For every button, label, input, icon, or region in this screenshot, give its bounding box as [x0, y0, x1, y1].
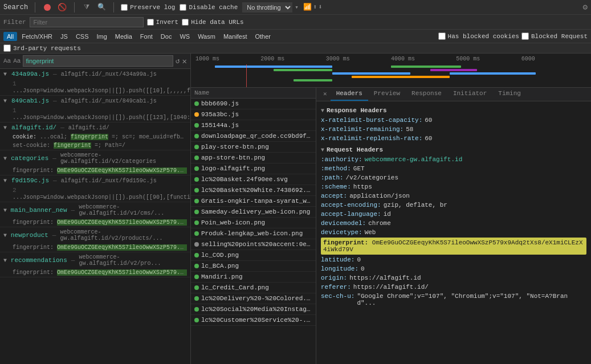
type-btn-ws[interactable]: WS — [176, 32, 193, 41]
list-item-gratis[interactable]: Gratis-ongkir-tanpa-syarat_web-i... — [191, 196, 316, 207]
header-key-latitude: latitude: — [321, 256, 354, 263]
list-item-social[interactable]: lc%20Social%20Media%20Instaga... — [191, 304, 316, 315]
cookie-line-2[interactable]: set-cookie: fingerprint =; Path=/ — [0, 141, 190, 150]
preserve-log-checkbox[interactable] — [121, 4, 128, 11]
list-item-app-store[interactable]: app-store-btn.png — [191, 153, 316, 163]
invert-checkbox[interactable] — [147, 19, 154, 26]
third-party-checkbox[interactable] — [3, 44, 11, 52]
tab-initiator[interactable]: Initiator — [447, 88, 492, 101]
timeline-entry-2 — [274, 69, 332, 71]
result-line-f9d159c-2[interactable]: 2 ...Jsonp=window.webpackJsonp||[]).push… — [0, 186, 190, 202]
list-item-sameday[interactable]: Sameday-delivery_web-icon.png — [191, 207, 316, 218]
has-blocked-cookies-checkbox[interactable] — [438, 32, 446, 40]
list-item-logo[interactable]: logo-alfagift.png — [191, 163, 316, 174]
fingerprint-line-main-banner[interactable]: fingerprint: OmEe9GuOCZGEeqyKhK5S7ileoOw… — [0, 218, 190, 227]
list-item-delivery[interactable]: lc%20Delivery%20-%20Colored.b... — [191, 293, 316, 304]
case-sensitive-icon[interactable]: Aa — [13, 58, 21, 64]
record-button[interactable] — [42, 2, 52, 13]
header-val-accept: application/json — [349, 193, 410, 199]
type-btn-media[interactable]: Media — [112, 32, 136, 41]
headers-panel: ✕ Headers Preview Response Initiator Tim… — [316, 88, 591, 364]
list-item-935a3bc[interactable]: 935a3bc.js — [191, 109, 316, 120]
type-btn-other[interactable]: Other — [251, 32, 274, 41]
list-item-selling[interactable]: selling%20points%20accent:0ee4... — [191, 239, 316, 250]
header-row-origin: origin: https://alfagift.id — [321, 273, 586, 283]
upload-download-group: 📶 ⬆ ⬇ — [303, 3, 322, 11]
list-item-play-store[interactable]: play-store-btn.png — [191, 142, 316, 153]
type-btn-fetchxhr[interactable]: Fetch/XHR — [18, 32, 56, 41]
list-item-bbb6690[interactable]: bbb6690.js — [191, 99, 316, 109]
list-item-credit-card[interactable]: lc_Credit_Card.png — [191, 283, 316, 293]
result-line-849cab1-1[interactable]: 1 ...Jsonp=window.webpackJsonp||[]).push… — [0, 106, 190, 122]
type-btn-doc[interactable]: Doc — [157, 32, 176, 41]
list-item-mandiri[interactable]: Mandiri.png — [191, 272, 316, 283]
list-item-downloadpage[interactable]: downloadpage_qr_code.cc9bd9f... — [191, 131, 316, 142]
type-btn-all[interactable]: All — [3, 32, 17, 41]
header-val-origin: https://alfagift.id — [349, 275, 421, 281]
close-tab[interactable]: ✕ — [320, 88, 331, 101]
result-file-categories[interactable]: ▼ categories — webcommerce-gw.alfagift.i… — [0, 150, 190, 166]
throttle-group: No throttling ▾ — [242, 2, 299, 13]
result-file-849cab1[interactable]: ▼ 849cab1.js — alfagift.id/_nuxt/849cab1… — [0, 96, 190, 106]
list-item-basket-svg[interactable]: lc%20Basket.24f90ee.svg — [191, 174, 316, 185]
download-icon[interactable]: ⬇ — [318, 3, 322, 11]
header-val-sec-ch-u: "Google Chrome";v="107", "Chromium";v="1… — [357, 293, 586, 306]
main-content: Aa Aa ↺ ✕ ▼ 434a99a.js — alfagift.id/_nu… — [0, 54, 591, 364]
list-item-basket-white[interactable]: lc%20Basket%20White.7438692.s... — [191, 185, 316, 196]
filter-button[interactable]: ⧩ — [81, 2, 92, 13]
close-search-icon[interactable]: ✕ — [182, 56, 187, 66]
header-row-authority: :authority: webcommerce-gw.alfagift.id — [321, 155, 586, 164]
timeline-entry-7 — [450, 72, 536, 75]
header-val-ratelimit-burst: 60 — [425, 117, 432, 124]
status-dot — [194, 285, 199, 290]
filter-input[interactable] — [30, 17, 144, 27]
fingerprint-line-categories[interactable]: fingerprint: OmEe9GuOCZGEeqyKhK5S7ileoOw… — [0, 166, 190, 175]
timeline-label-3000: 3000 ms — [326, 56, 391, 62]
list-item-155144a[interactable]: 155144a.js — [191, 120, 316, 131]
headers-content: ▼ Response Headers x-ratelimit-burst-cap… — [316, 101, 591, 310]
hide-data-urls-checkbox[interactable] — [182, 19, 189, 26]
third-party-row: 3rd-party requests — [0, 43, 591, 54]
filepath-849cab1: alfagift.id/_nuxt/849cab1.js — [61, 98, 157, 104]
clear-button[interactable]: 🚫 — [57, 2, 67, 13]
type-btn-wasm[interactable]: Wasm — [194, 32, 219, 41]
throttle-select[interactable]: No throttling — [242, 2, 292, 13]
type-btn-manifest[interactable]: Manifest — [220, 32, 251, 41]
result-file-newproduct[interactable]: ▼ newproduct — webcommerce-gw.alfagift.i… — [0, 227, 190, 243]
result-file-recommendations[interactable]: ▼ recommendations — webcommerce-gw.alfag… — [0, 252, 190, 268]
tab-headers[interactable]: Headers — [331, 88, 368, 101]
blocked-request-checkbox[interactable] — [521, 32, 529, 40]
refresh-icon[interactable]: ↺ — [176, 56, 180, 66]
fingerprint-key: fingerprint: — [323, 239, 372, 246]
list-item-bca[interactable]: lc_BCA.png — [191, 261, 316, 272]
timeline-bar: 1000 ms 2000 ms 3000 ms 4000 ms 5000 ms … — [191, 54, 591, 88]
result-line-434a99a-1[interactable]: 1 ...Jsonp=window.webpackJsonp||[]).push… — [0, 79, 190, 95]
fingerprint-line-newproduct[interactable]: fingerprint: OmEe9GuOCZGEeqyKhK5S7ileoOw… — [0, 243, 190, 252]
fingerprint-line-recommendations[interactable]: fingerprint: OmEe9GuOCZGEeqyKhK5S7ileoOw… — [0, 268, 190, 277]
tab-response[interactable]: Response — [406, 88, 447, 101]
toolbar-separator-1 — [35, 2, 35, 13]
cookie-line-1[interactable]: cookie: ...ocal; fingerprint =; sc=; moe… — [0, 133, 190, 141]
search-label: Search — [3, 3, 28, 11]
list-item-cod[interactable]: lc_COD.png — [191, 250, 316, 261]
tab-preview[interactable]: Preview — [368, 88, 406, 101]
type-btn-img[interactable]: Img — [93, 32, 111, 41]
result-file-main-banner[interactable]: ▼ main_banner_new — webcommerce-gw.alfag… — [0, 202, 190, 218]
response-headers-section: ▼ Response Headers — [321, 104, 586, 116]
settings-gear-icon[interactable]: ⚙ — [583, 2, 588, 12]
list-item-poin[interactable]: Poin_web-icon.png — [191, 218, 316, 228]
upload-icon[interactable]: ⬆ — [313, 3, 317, 11]
throttle-dropdown-icon: ▾ — [295, 3, 299, 11]
list-item-customer[interactable]: lc%20Customer%20Service%20-... — [191, 315, 316, 326]
result-file-434a99a[interactable]: ▼ 434a99a.js — alfagift.id/_nuxt/434a99a… — [0, 69, 190, 79]
type-btn-css[interactable]: CSS — [72, 32, 92, 41]
type-btn-font[interactable]: Font — [137, 32, 156, 41]
type-btn-js[interactable]: JS — [57, 32, 71, 41]
disable-cache-checkbox[interactable] — [180, 4, 186, 11]
result-file-alfagift[interactable]: ▼ alfagift.id/ — alfagift.id/ — [0, 122, 190, 133]
result-file-f9d159c[interactable]: ▼ f9d159c.js — alfagift.id/_nuxt/f9d159c… — [0, 175, 190, 186]
search-input[interactable] — [26, 58, 170, 64]
tab-timing[interactable]: Timing — [492, 88, 527, 101]
search-button[interactable]: 🔍 — [96, 2, 107, 13]
list-item-produk[interactable]: Produk-lengkap_web-icon.png — [191, 228, 316, 239]
